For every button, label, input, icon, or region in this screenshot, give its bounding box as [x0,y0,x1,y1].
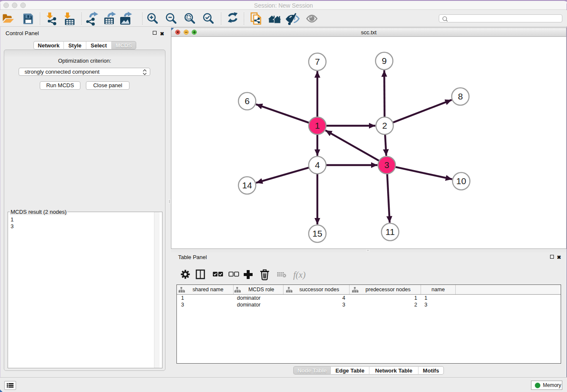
svg-text:1: 1 [315,121,320,130]
svg-text:15: 15 [312,229,322,238]
svg-text:10: 10 [456,176,466,186]
svg-text:14: 14 [242,180,252,190]
svg-text:6: 6 [245,96,250,106]
svg-text:2: 2 [382,121,387,130]
svg-text:3: 3 [384,160,389,170]
svg-text:9: 9 [382,56,387,66]
svg-text:8: 8 [458,91,463,101]
svg-text:f(x): f(x) [293,270,306,280]
svg-text:7: 7 [315,57,320,66]
svg-text:4: 4 [315,160,320,170]
svg-text:11: 11 [385,227,395,237]
